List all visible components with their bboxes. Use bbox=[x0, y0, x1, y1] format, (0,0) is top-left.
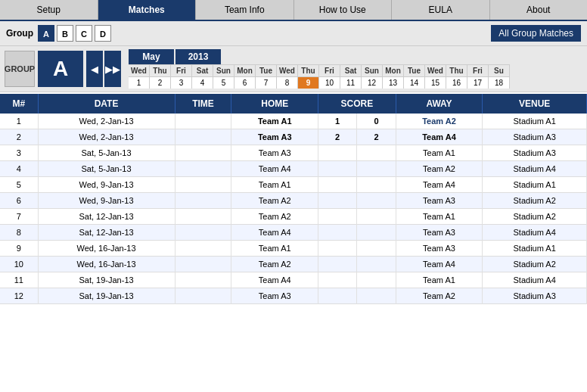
tab-team-info[interactable]: Team Info bbox=[196, 0, 294, 20]
cal-day-num[interactable]: 12 bbox=[362, 76, 383, 89]
cell-score-home: 1 bbox=[318, 114, 357, 129]
cell-away: Team A4 bbox=[396, 177, 483, 193]
cell-time bbox=[175, 145, 231, 161]
cal-day-num[interactable]: 3 bbox=[171, 76, 192, 89]
group-display-letter: A bbox=[38, 51, 83, 87]
cell-date: Sat, 19-Jan-13 bbox=[38, 288, 175, 304]
cal-day-num[interactable]: 17 bbox=[467, 76, 489, 89]
group-display-label: GROUP bbox=[5, 51, 35, 87]
col-venue: VENUE bbox=[483, 94, 587, 114]
cell-score-away bbox=[357, 177, 396, 193]
cal-day-header: Sun bbox=[213, 64, 234, 76]
cell-match-num: 3 bbox=[0, 145, 38, 161]
cell-away: Team A2 bbox=[396, 288, 483, 304]
cell-home: Team A3 bbox=[231, 145, 318, 161]
cell-time bbox=[175, 114, 231, 129]
cell-venue: Stadium A2 bbox=[483, 209, 587, 225]
cal-day-header: Thu bbox=[298, 64, 319, 76]
cell-score-away bbox=[357, 225, 396, 241]
cal-day-num[interactable]: 6 bbox=[234, 76, 256, 89]
prev-arrow[interactable]: ◀ bbox=[86, 51, 103, 87]
table-row: 10 Wed, 16-Jan-13 Team A2 Team A4 Stadiu… bbox=[0, 257, 587, 272]
calendar-row: GROUP A ◀ ▶▶ May 2013 WedThuFriSatSunMon… bbox=[0, 46, 587, 92]
cal-day-header: Wed bbox=[277, 64, 298, 76]
cal-day-num[interactable]: 5 bbox=[213, 76, 234, 89]
cal-day-header: Tue bbox=[404, 64, 425, 76]
table-row: 2 Wed, 2-Jan-13 Team A3 2 2 Team A4 Stad… bbox=[0, 129, 587, 145]
cal-day-header: Su bbox=[489, 64, 510, 76]
col-time: TIME bbox=[175, 94, 231, 114]
cell-match-num: 4 bbox=[0, 161, 38, 177]
col-match-num: M# bbox=[0, 94, 38, 114]
cal-day-num[interactable]: 7 bbox=[256, 76, 277, 89]
table-row: 11 Sat, 19-Jan-13 Team A4 Team A1 Stadiu… bbox=[0, 272, 587, 288]
table-row: 9 Wed, 16-Jan-13 Team A1 Team A3 Stadium… bbox=[0, 241, 587, 257]
group-btn-a[interactable]: A bbox=[38, 25, 54, 42]
cal-day-num[interactable]: 10 bbox=[319, 76, 340, 89]
tab-setup[interactable]: Setup bbox=[0, 0, 98, 20]
cell-date: Sat, 12-Jan-13 bbox=[38, 209, 175, 225]
group-btn-b[interactable]: B bbox=[57, 25, 73, 42]
cal-day-num[interactable]: 1 bbox=[129, 76, 150, 89]
cell-venue: Stadium A2 bbox=[483, 257, 587, 272]
cell-away: Team A1 bbox=[396, 272, 483, 288]
cell-time bbox=[175, 225, 231, 241]
table-row: 1 Wed, 2-Jan-13 Team A1 1 0 Team A2 Stad… bbox=[0, 114, 587, 129]
cell-venue: Stadium A4 bbox=[483, 161, 587, 177]
cell-venue: Stadium A1 bbox=[483, 241, 587, 257]
col-away: AWAY bbox=[396, 94, 483, 114]
cal-day-num[interactable]: 11 bbox=[340, 76, 362, 89]
cal-day-num[interactable]: 16 bbox=[446, 76, 467, 89]
cal-day-num[interactable]: 9 bbox=[298, 76, 319, 89]
cell-home: Team A3 bbox=[231, 288, 318, 304]
cell-score-away bbox=[357, 161, 396, 177]
nav-arrows: ◀ ▶▶ bbox=[86, 51, 123, 87]
group-btn-d[interactable]: D bbox=[95, 25, 111, 42]
tab-about[interactable]: About bbox=[490, 0, 588, 20]
tab-matches[interactable]: Matches bbox=[98, 0, 197, 20]
group-selector-row: Group A B C D All Group Matches bbox=[0, 21, 587, 46]
tab-eula[interactable]: EULA bbox=[392, 0, 490, 20]
cell-home: Team A4 bbox=[231, 272, 318, 288]
cal-day-num[interactable]: 14 bbox=[404, 76, 425, 89]
cell-venue: Stadium A1 bbox=[483, 114, 587, 129]
cal-day-num[interactable]: 4 bbox=[192, 76, 213, 89]
cell-date: Wed, 2-Jan-13 bbox=[38, 129, 175, 145]
cal-day-header: Sat bbox=[340, 64, 362, 76]
year-label: 2013 bbox=[175, 49, 221, 64]
cal-day-header: Thu bbox=[446, 64, 467, 76]
cell-score-home bbox=[318, 257, 357, 272]
cell-home: Team A1 bbox=[231, 177, 318, 193]
group-label: Group bbox=[6, 28, 33, 39]
cell-time bbox=[175, 209, 231, 225]
cell-away: Team A3 bbox=[396, 193, 483, 209]
tab-how-to-use[interactable]: How to Use bbox=[294, 0, 393, 20]
cal-day-header: Fri bbox=[171, 64, 192, 76]
cell-score-away bbox=[357, 209, 396, 225]
matches-table: M# DATE TIME HOME SCORE AWAY VENUE 1 Wed… bbox=[0, 94, 587, 304]
cell-home: Team A1 bbox=[231, 114, 318, 129]
cell-score-home: 2 bbox=[318, 129, 357, 145]
cell-away: Team A3 bbox=[396, 225, 483, 241]
cell-date: Wed, 9-Jan-13 bbox=[38, 177, 175, 193]
cal-day-header: Sat bbox=[192, 64, 213, 76]
cell-away: Team A2 bbox=[396, 114, 483, 129]
next-arrow[interactable]: ▶▶ bbox=[104, 51, 121, 87]
cell-time bbox=[175, 193, 231, 209]
cal-day-num[interactable]: 15 bbox=[425, 76, 446, 89]
cell-time bbox=[175, 177, 231, 193]
cell-home: Team A1 bbox=[231, 241, 318, 257]
cell-score-home bbox=[318, 161, 357, 177]
cell-date: Sat, 19-Jan-13 bbox=[38, 272, 175, 288]
cal-day-num[interactable]: 8 bbox=[277, 76, 298, 89]
cal-day-num[interactable]: 13 bbox=[383, 76, 404, 89]
cell-time bbox=[175, 129, 231, 145]
all-group-matches-button[interactable]: All Group Matches bbox=[491, 25, 581, 42]
cell-date: Wed, 9-Jan-13 bbox=[38, 193, 175, 209]
cal-day-num[interactable]: 18 bbox=[489, 76, 510, 89]
cal-day-num[interactable]: 2 bbox=[150, 76, 171, 89]
group-btn-c[interactable]: C bbox=[76, 25, 92, 42]
cell-match-num: 8 bbox=[0, 225, 38, 241]
cell-score-home bbox=[318, 288, 357, 304]
cell-time bbox=[175, 257, 231, 272]
